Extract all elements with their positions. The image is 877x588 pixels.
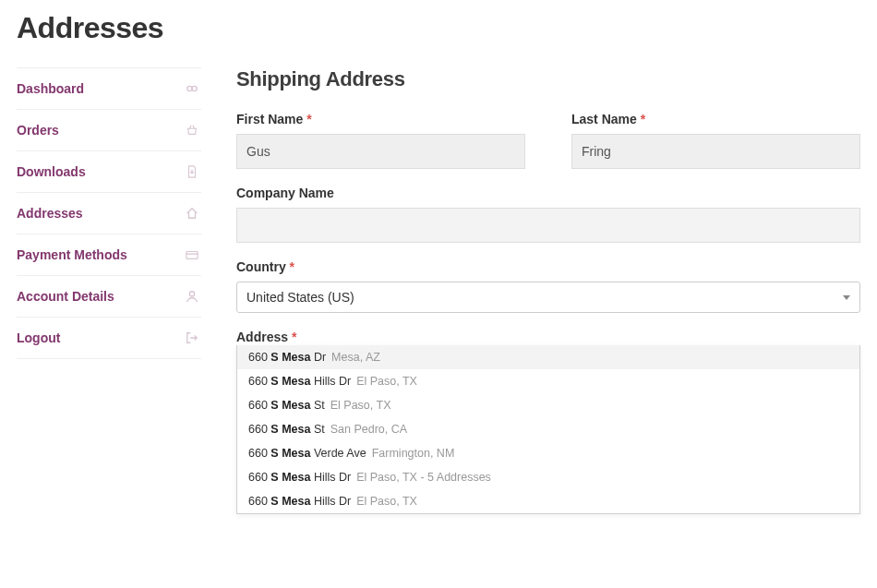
country-select[interactable]: United States (US) <box>236 282 860 313</box>
first-name-label: First Name * <box>236 112 525 126</box>
sidebar-item-payment-methods[interactable]: Payment Methods <box>17 234 201 276</box>
required-mark: * <box>290 259 294 274</box>
last-name-input[interactable] <box>571 134 860 169</box>
sidebar-item-downloads[interactable]: Downloads <box>17 151 201 193</box>
required-mark: * <box>292 330 296 344</box>
svg-point-4 <box>189 292 194 296</box>
autocomplete-item[interactable]: 660 S Mesa Hills DrEl Paso, TX - 5 Addre… <box>237 465 859 489</box>
address-label: Address * <box>236 330 860 344</box>
last-name-label: Last Name * <box>571 112 860 126</box>
dashboard-icon <box>185 81 199 96</box>
home-icon <box>185 206 199 221</box>
sidebar-item-dashboard[interactable]: Dashboard <box>17 67 201 110</box>
autocomplete-item[interactable]: 660 S Mesa Hills DrEl Paso, TX <box>237 369 859 393</box>
logout-icon <box>185 330 199 345</box>
account-sidebar: Dashboard Orders Downloads Addresses Pay… <box>17 67 201 588</box>
basket-icon <box>185 123 199 138</box>
sidebar-item-label: Downloads <box>17 164 86 179</box>
user-icon <box>185 289 199 304</box>
company-label: Company Name <box>236 186 860 200</box>
country-label: Country * <box>236 259 860 274</box>
sidebar-item-logout[interactable]: Logout <box>17 318 201 359</box>
first-name-input[interactable] <box>236 134 525 169</box>
sidebar-item-orders[interactable]: Orders <box>17 110 201 151</box>
section-title: Shipping Address <box>236 67 860 91</box>
page-title: Addresses <box>17 11 860 45</box>
required-mark: * <box>306 112 311 126</box>
autocomplete-item[interactable]: 660 S Mesa Hills DrEl Paso, TX <box>237 489 859 513</box>
sidebar-item-label: Dashboard <box>17 81 84 96</box>
svg-point-0 <box>187 86 192 90</box>
autocomplete-item[interactable]: 660 S Mesa Verde AveFarmington, NM <box>237 441 859 465</box>
svg-point-1 <box>192 86 197 90</box>
chevron-down-icon <box>843 295 850 300</box>
autocomplete-item[interactable]: 660 S Mesa StEl Paso, TX <box>237 393 859 417</box>
company-field: Company Name <box>236 186 860 243</box>
first-name-field: First Name * <box>236 112 525 169</box>
sidebar-item-label: Payment Methods <box>17 247 127 262</box>
main-content: Shipping Address First Name * Last Name … <box>236 67 860 588</box>
address-autocomplete: 660 S Mesa DrMesa, AZ660 S Mesa Hills Dr… <box>236 345 860 514</box>
autocomplete-item[interactable]: 660 S Mesa DrMesa, AZ <box>237 345 859 369</box>
sidebar-item-label: Addresses <box>17 206 83 221</box>
country-value: United States (US) <box>246 290 354 305</box>
sidebar-item-addresses[interactable]: Addresses <box>17 193 201 234</box>
sidebar-item-label: Logout <box>17 330 60 345</box>
autocomplete-item[interactable]: 660 S Mesa StSan Pedro, CA <box>237 417 859 441</box>
svg-rect-2 <box>186 252 198 259</box>
required-mark: * <box>641 112 645 126</box>
country-field: Country * United States (US) <box>236 259 860 313</box>
sidebar-item-account-details[interactable]: Account Details <box>17 276 201 318</box>
sidebar-item-label: Orders <box>17 123 59 138</box>
credit-card-icon <box>185 247 199 262</box>
company-input[interactable] <box>236 208 860 243</box>
file-icon <box>185 164 199 179</box>
sidebar-item-label: Account Details <box>17 289 114 304</box>
last-name-field: Last Name * <box>571 112 860 169</box>
